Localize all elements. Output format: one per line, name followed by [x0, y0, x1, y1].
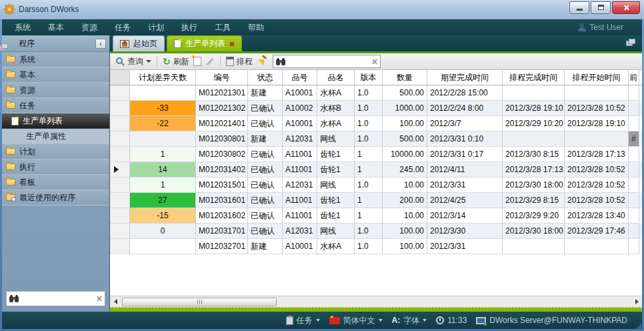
table-row[interactable]: -33M012021302已确认A10002水杯B1.01000.002012/…: [110, 101, 642, 116]
column-header-extra[interactable]: 前: [629, 70, 639, 85]
scroll-right-button[interactable]: [631, 296, 642, 307]
sidebar-item-0[interactable]: 系统: [2, 52, 109, 67]
cell-status: 已确认: [248, 101, 283, 116]
cell-sched_start: [565, 85, 629, 101]
menu-item-5[interactable]: 执行: [173, 19, 206, 36]
cell-qty: 100.00: [383, 239, 427, 254]
menu-item-6[interactable]: 工具: [206, 19, 239, 36]
window-list-icon[interactable]: [626, 39, 635, 46]
new-record-button[interactable]: [193, 57, 201, 66]
cell-sched_start: 2012/3/28 17:13: [565, 147, 629, 162]
column-header-qty[interactable]: 数量: [383, 70, 427, 85]
sidebar-collapse-button[interactable]: ‹: [95, 39, 106, 49]
cell-sched_end: 2012/3/29 9:20: [503, 208, 565, 224]
menu-item-0[interactable]: 系统: [6, 19, 39, 36]
cell-version: 1.0: [355, 131, 383, 147]
folder-icon: [6, 148, 15, 155]
cell-version: 1.0: [355, 85, 383, 101]
column-header-diff[interactable]: 计划差异天数: [130, 70, 196, 85]
table-row[interactable]: 0M012031701已确认A12031网线1.0100.002012/3/30…: [110, 224, 642, 239]
column-header-item_name[interactable]: 品名: [317, 70, 355, 85]
clear-button[interactable]: [257, 56, 267, 67]
refresh-button[interactable]: ↻ 刷新: [163, 56, 189, 67]
sidebar-search-clear-icon[interactable]: [96, 296, 102, 302]
cell-item_no: A12031: [283, 178, 317, 193]
menu-item-7[interactable]: 帮助: [239, 19, 273, 36]
table-row[interactable]: 27M012031601已确认A11001齿轮11200.002012/4/25…: [110, 193, 642, 208]
cell-diff: -22: [130, 116, 196, 131]
maximize-button[interactable]: [591, 1, 611, 14]
schedule-button[interactable]: 排程: [226, 56, 253, 67]
table-row[interactable]: -22M012021401已确认A10001水杯A1.0100.002012/3…: [110, 116, 642, 131]
cell-expected: 2012/2/28 15:00: [427, 85, 503, 101]
sidebar-item-2[interactable]: 资源: [2, 83, 109, 98]
calculator-icon: [226, 57, 234, 66]
search-icon: [115, 57, 125, 66]
row-selector-cell: [110, 116, 130, 131]
scroll-left-button[interactable]: [110, 296, 121, 307]
column-header-no[interactable]: 编号: [196, 70, 248, 85]
menu-item-2[interactable]: 资源: [73, 19, 106, 36]
sidebar-item-6[interactable]: 计划: [2, 144, 109, 159]
column-header-version[interactable]: 版本: [355, 70, 383, 85]
folder-icon: [6, 71, 15, 78]
cell-qty: 200.00: [383, 193, 427, 208]
table-search-clear-icon[interactable]: [371, 59, 377, 65]
cell-item_no: A10001: [283, 116, 317, 131]
sidebar-item-5[interactable]: 生产单属性: [2, 129, 109, 144]
column-header-sched_end[interactable]: 排程完成时间: [503, 70, 565, 85]
sidebar-item-4[interactable]: 生产单列表: [2, 113, 109, 129]
column-header-status[interactable]: 状态: [248, 70, 283, 85]
production-order-table: 计划差异天数编号状态品号品名版本数量期望完成时间排程完成时间排程开始时间前 M0…: [110, 70, 642, 296]
scrollbar-thumb[interactable]: [122, 298, 277, 306]
cell-expected: 2012/3/14: [427, 208, 503, 224]
splitter-strip[interactable]: [110, 307, 642, 312]
table-row[interactable]: M012032701新建A10001水杯A1.0100.002012/3/31: [110, 239, 642, 254]
edit-button[interactable]: [205, 61, 215, 63]
user-indicator[interactable]: Test User: [578, 23, 638, 32]
minimize-button[interactable]: [569, 1, 589, 14]
status-task-menu[interactable]: 任务: [286, 315, 320, 326]
cell-qty: 500.00: [383, 131, 427, 147]
menu-item-1[interactable]: 基本: [39, 19, 73, 36]
resize-grip[interactable]: [636, 324, 641, 329]
query-button[interactable]: 查询: [115, 56, 151, 67]
sidebar-search-box: [6, 291, 105, 306]
cell-status: 新建: [248, 131, 283, 147]
table-search-input[interactable]: [288, 57, 369, 66]
close-button[interactable]: [612, 1, 640, 14]
cell-diff: 1: [130, 147, 196, 162]
table-row[interactable]: M012021301新建A10001水杯A1.0500.002012/2/28 …: [110, 85, 642, 101]
table-row[interactable]: 1M012030802已确认A11001齿轮1110000.002012/3/3…: [110, 147, 642, 162]
tab-1[interactable]: 生产单列表: [167, 35, 242, 51]
sidebar-item-7[interactable]: 执行: [2, 159, 109, 175]
sidebar-item-label: 任务: [19, 100, 35, 111]
column-header-item_no[interactable]: 品号: [283, 70, 317, 85]
folder-icon: [6, 163, 15, 170]
cell-status: 已确认: [248, 178, 283, 193]
time-text: 11:33: [447, 316, 467, 325]
status-language-menu[interactable]: 简体中文: [329, 315, 383, 326]
sidebar-item-8[interactable]: 看板: [2, 175, 109, 190]
table-row[interactable]: 1M012031501已确认A12031网线1.010.002012/3/312…: [110, 178, 642, 193]
cell-item_name: 齿轮1: [317, 147, 355, 162]
column-header-sched_start[interactable]: 排程开始时间: [565, 70, 629, 85]
cell-diff: [130, 239, 196, 254]
menu-item-3[interactable]: 任务: [106, 19, 139, 36]
table-row[interactable]: 14M012031402已确认A11001齿轮11245.002012/4/11…: [110, 162, 642, 178]
sidebar-search-input[interactable]: [21, 294, 93, 304]
query-dropdown-icon[interactable]: [146, 60, 151, 63]
status-font-menu[interactable]: A: 字体: [392, 315, 427, 326]
menu-item-4[interactable]: 计划: [139, 19, 173, 36]
close-tab-icon[interactable]: [229, 41, 235, 47]
table-row[interactable]: -15M012031602已确认A11001齿轮1110.002012/3/14…: [110, 208, 642, 224]
sidebar-item-9[interactable]: 最近使用的程序: [2, 190, 109, 206]
tab-0[interactable]: 起始页: [113, 35, 165, 51]
sidebar-item-1[interactable]: 基本: [2, 67, 109, 83]
table-row[interactable]: M012030801新建A12031网线1.0500.002012/3/31 0…: [110, 131, 642, 147]
column-header-expected[interactable]: 期望完成时间: [427, 70, 503, 85]
new-document-icon: [193, 57, 201, 66]
cell-item_no: A11001: [283, 208, 317, 224]
sidebar-item-label: 执行: [19, 161, 35, 173]
sidebar-item-3[interactable]: 任务: [2, 98, 109, 113]
